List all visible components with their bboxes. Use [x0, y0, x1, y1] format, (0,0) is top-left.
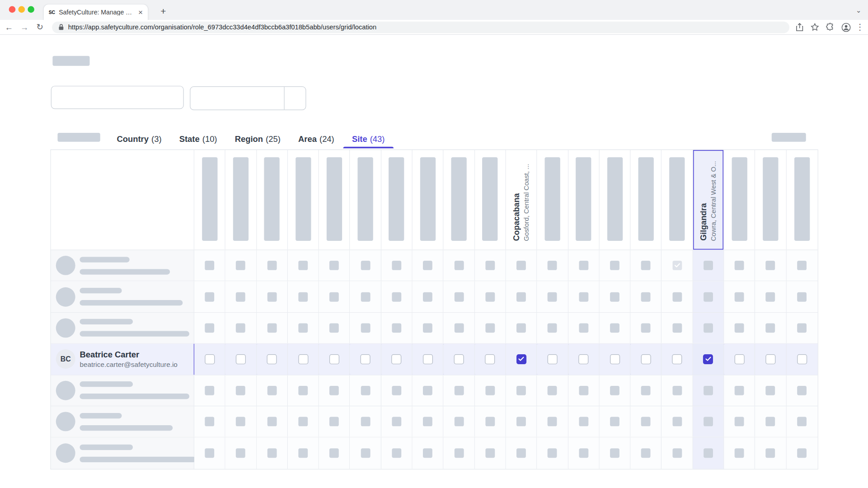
skeleton-checkbox [548, 448, 557, 458]
grid-cell [225, 375, 257, 406]
checkbox-unchecked[interactable] [267, 354, 277, 364]
grid-cell [350, 375, 381, 406]
grid-cell[interactable] [600, 344, 631, 375]
grid-cell[interactable] [475, 344, 506, 375]
new-tab-button[interactable]: + [156, 5, 170, 19]
grid-cell[interactable] [194, 344, 225, 375]
checkbox-unchecked[interactable] [361, 354, 371, 364]
grid-cell[interactable] [257, 344, 288, 375]
skeleton-checkbox [361, 323, 370, 333]
grid-cell[interactable] [537, 344, 568, 375]
tab-area[interactable]: Area (24) [289, 129, 343, 148]
chevron-down-icon[interactable]: ⌄ [854, 5, 863, 15]
skeleton-checkbox [392, 448, 401, 458]
grid-cell [506, 437, 537, 469]
skeleton-checkbox [797, 386, 807, 395]
grid-cell [413, 313, 444, 343]
column-header-skeleton [350, 150, 381, 250]
user-cell[interactable]: BCBeatrice Carterbeatrice.carter@safetyc… [51, 344, 194, 375]
column-header-skeleton-bar [544, 157, 560, 241]
column-header-gilgandra[interactable]: GilgandraCowra, Central West & O... [693, 150, 724, 250]
close-window-button[interactable] [9, 6, 16, 13]
grid-header-row: CopacabanaGosford, Central Coast, ...Gil… [51, 150, 818, 250]
grid-cell [319, 375, 350, 406]
tab-region[interactable]: Region (25) [226, 129, 289, 148]
checkbox-unchecked[interactable] [734, 354, 744, 364]
grid-cell[interactable] [662, 344, 693, 375]
grid-cell [693, 375, 724, 406]
checkbox-unchecked[interactable] [454, 354, 464, 364]
grid-cell[interactable] [319, 344, 350, 375]
grid-cell [194, 250, 225, 281]
grid-cell[interactable] [786, 344, 817, 375]
extensions-puzzle-icon[interactable] [825, 22, 836, 33]
minimize-window-button[interactable] [18, 6, 25, 13]
checkbox-unchecked[interactable] [797, 354, 807, 364]
forward-icon[interactable]: → [18, 20, 31, 33]
grid-cell[interactable] [755, 344, 786, 375]
checkbox-unchecked[interactable] [236, 354, 246, 364]
grid-cell [786, 250, 817, 281]
checkbox-unchecked[interactable] [641, 354, 651, 364]
grid-cell [537, 313, 568, 343]
grid-cell[interactable] [444, 344, 475, 375]
grid-cell[interactable] [288, 344, 319, 375]
checkbox-unchecked[interactable] [423, 354, 433, 364]
grid-cell[interactable] [225, 344, 257, 375]
skeleton-bar [80, 288, 122, 293]
checkbox-unchecked[interactable] [298, 354, 308, 364]
skeleton-checkbox [267, 292, 277, 301]
skeleton-checkbox [610, 323, 619, 333]
browser-menu-icon[interactable]: ⋮ [856, 22, 864, 32]
filter-dropdown-button[interactable] [284, 87, 305, 109]
browser-tab[interactable]: SC SafetyCulture: Manage Teams and ... × [43, 4, 149, 20]
grid-cell[interactable] [350, 344, 381, 375]
share-icon[interactable] [794, 22, 805, 33]
checkbox-unchecked[interactable] [329, 354, 339, 364]
grid-cell[interactable] [693, 344, 724, 375]
close-tab-icon[interactable]: × [138, 8, 143, 16]
skeleton-checkbox [548, 417, 557, 427]
search-input[interactable] [51, 86, 184, 109]
skeleton-checkbox [267, 448, 277, 458]
grid-cell [194, 375, 225, 406]
tab-country[interactable]: Country (3) [108, 129, 170, 148]
bookmark-star-icon[interactable] [809, 22, 821, 33]
grid-cell[interactable] [631, 344, 662, 375]
checkbox-unchecked[interactable] [548, 354, 558, 364]
skeleton-checkbox [516, 417, 526, 427]
checkbox-unchecked[interactable] [672, 354, 682, 364]
tab-site[interactable]: Site (43) [343, 129, 394, 148]
checkbox-unchecked[interactable] [392, 354, 402, 364]
grid-cell [600, 406, 631, 437]
column-header-copacabana[interactable]: CopacabanaGosford, Central Coast, ... [506, 150, 537, 250]
grid-cell [786, 282, 817, 312]
skeleton-checkbox [392, 261, 401, 270]
grid-cell[interactable] [413, 344, 444, 375]
profile-avatar-icon[interactable] [840, 22, 852, 33]
checkbox-checked[interactable] [516, 354, 526, 364]
grid-cell [693, 437, 724, 469]
maximize-window-button[interactable] [28, 6, 34, 13]
checkbox-checked[interactable] [703, 354, 713, 364]
checkbox-unchecked[interactable] [578, 354, 588, 364]
grid-cell[interactable] [568, 344, 600, 375]
grid-cell [693, 250, 724, 281]
tab-state[interactable]: State (10) [170, 129, 226, 148]
user-row-beatrice-carter: BCBeatrice Carterbeatrice.carter@safetyc… [51, 344, 818, 375]
column-site-name: Copacabana [512, 193, 521, 241]
checkbox-unchecked[interactable] [485, 354, 495, 364]
reload-icon[interactable]: ↻ [33, 20, 47, 33]
checkbox-unchecked[interactable] [205, 354, 215, 364]
checkbox-unchecked[interactable] [610, 354, 619, 364]
user-info-skeleton [80, 288, 183, 305]
url-bar[interactable]: https://app.safetyculture.com/organisati… [52, 21, 789, 33]
checkbox-unchecked[interactable] [765, 354, 775, 364]
grid-cell[interactable] [506, 344, 537, 375]
back-icon[interactable]: ← [2, 20, 15, 33]
grid-cell[interactable] [724, 344, 755, 375]
grid-cell [225, 406, 257, 437]
grid-cell [662, 437, 693, 469]
filter-input[interactable] [190, 87, 284, 109]
grid-cell[interactable] [381, 344, 413, 375]
